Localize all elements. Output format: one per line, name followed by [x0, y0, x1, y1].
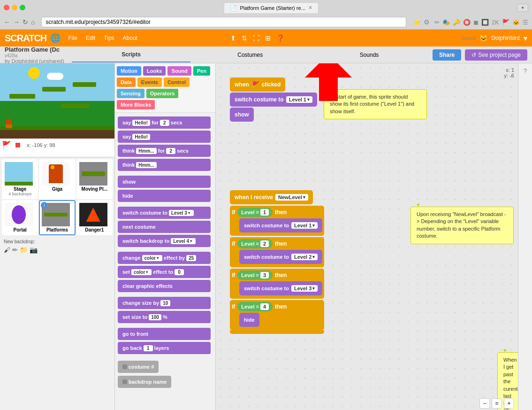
circle-icon[interactable]: ⭕	[463, 19, 471, 26]
import-backdrop-button[interactable]: 📁	[20, 246, 28, 254]
address-bar[interactable]	[41, 17, 406, 27]
file-menu[interactable]: File	[64, 33, 81, 43]
stop-button[interactable]: ⏹	[14, 141, 22, 149]
refresh-button[interactable]: ↻	[23, 18, 28, 26]
new-tab-button[interactable]: +	[517, 4, 528, 12]
switch-costume-1-block[interactable]: switch costume to Level 1	[230, 93, 317, 107]
minimize-button[interactable]	[12, 5, 17, 10]
settings-icon[interactable]: ⚙	[424, 18, 430, 26]
block-set-effect[interactable]: set color effect to 0	[118, 266, 211, 278]
script-canvas[interactable]: x: 1 y: -6 when 🚩 clicked switch costume…	[216, 63, 518, 410]
edit-backdrop-button[interactable]: ✏	[12, 246, 18, 254]
see-project-button[interactable]: ↺ See project page	[465, 49, 527, 61]
zoom-reset-button[interactable]: =	[492, 398, 502, 409]
effect-dropdown[interactable]: color	[142, 255, 162, 261]
backdrop-check[interactable]	[122, 379, 127, 384]
block-think[interactable]: think Hmm...	[118, 159, 211, 171]
cat-data[interactable]: Data	[117, 77, 136, 87]
block-change-size[interactable]: change size by 10	[118, 297, 211, 309]
sprite-item-stage[interactable]: Stage 4 backdrops	[2, 159, 38, 199]
sprite-item-platforms[interactable]: i Platforms	[39, 200, 75, 235]
face-icon[interactable]: 🐱	[512, 19, 520, 26]
arrows-icon[interactable]: ⇅	[242, 34, 247, 42]
when-flag-clicked-block[interactable]: when 🚩 clicked	[230, 77, 285, 92]
cat-events[interactable]: Events	[137, 77, 162, 87]
switch-level-3-block[interactable]: switch costume to Level 3	[239, 281, 322, 295]
forward-button[interactable]: →	[13, 18, 20, 26]
shrink-icon[interactable]: ⊞	[265, 34, 271, 42]
zoom-in-button[interactable]: +	[504, 398, 514, 409]
sprite-item-portal[interactable]: Portal	[2, 200, 38, 235]
user-menu-icon[interactable]: ▾	[524, 34, 527, 43]
block-hide[interactable]: hide	[118, 190, 211, 202]
help-icon[interactable]: ❓	[276, 34, 284, 42]
block-switch-costume[interactable]: switch costume to Level 3	[118, 207, 211, 219]
tab-costumes[interactable]: Costumes	[190, 47, 310, 62]
block-backdrop-name[interactable]: backdrop name	[118, 376, 171, 388]
expand-icon[interactable]: ⛶	[253, 34, 259, 42]
upload-icon[interactable]: ⬆	[230, 34, 236, 42]
flag-ext-icon[interactable]: 🚩	[502, 19, 509, 26]
tab-close-icon[interactable]: ✕	[308, 5, 312, 11]
mask-icon[interactable]: 🎭	[442, 19, 450, 26]
browser-tab[interactable]: 📄 Platform Game (Starter) re... ✕	[224, 2, 318, 13]
zoom-out-button[interactable]: −	[479, 398, 490, 409]
about-menu[interactable]: About	[119, 33, 141, 43]
switch-level-2-block[interactable]: switch costume to Level 2	[239, 250, 322, 264]
when-receive-block[interactable]: when I receive NewLevel	[230, 190, 313, 204]
maximize-button[interactable]	[20, 5, 25, 10]
costume-check[interactable]	[122, 364, 127, 369]
block-think-for[interactable]: think Hmm... for 2 secs	[118, 145, 211, 157]
broadcast-dropdown[interactable]: NewLevel	[275, 194, 308, 201]
pencil-icon[interactable]: ✏	[434, 19, 440, 26]
backdrop-dropdown[interactable]: Level 4	[171, 238, 196, 244]
menu-bars-icon[interactable]: ☰	[523, 19, 528, 26]
paint-backdrop-button[interactable]: 🖌	[4, 246, 10, 254]
hide-block[interactable]: hide	[239, 313, 259, 327]
close-button[interactable]	[4, 5, 9, 10]
cat-more-blocks[interactable]: More Blocks	[117, 100, 155, 109]
block-next-costume[interactable]: next costume	[118, 221, 211, 233]
block-clear-effects[interactable]: clear graphic effects	[118, 280, 211, 292]
show-block[interactable]: show	[230, 108, 254, 122]
cat-sound[interactable]: Sound	[167, 66, 191, 76]
green-flag-button[interactable]: 🚩	[2, 140, 11, 149]
block-show[interactable]: show	[118, 176, 211, 188]
costume-level-3[interactable]: Level 3	[291, 285, 318, 292]
script-area[interactable]: x: 1 y: -6 when 🚩 clicked switch costume…	[216, 63, 518, 410]
tab-scripts[interactable]: Scripts	[72, 47, 191, 62]
block-switch-backdrop[interactable]: switch backdrop to Level 4	[118, 235, 211, 247]
home-button[interactable]: ⌂	[31, 18, 35, 26]
block-say-for[interactable]: say Hello! for 2 secs	[118, 116, 211, 129]
badge-icon[interactable]: 🔲	[481, 19, 489, 26]
key-icon[interactable]: 🔑	[453, 19, 460, 26]
sprite-item-moving-pl[interactable]: Moving Pl...	[76, 159, 113, 199]
set-effect-dropdown[interactable]: color	[131, 269, 152, 275]
costume-dropdown[interactable]: Level 3	[169, 210, 194, 216]
sprite-item-giga[interactable]: Giga	[39, 159, 75, 199]
tab-sounds[interactable]: Sounds	[310, 47, 429, 62]
block-change-effect[interactable]: change color effect by 25	[118, 252, 211, 264]
cat-sensing[interactable]: Sensing	[117, 89, 144, 98]
costume-level-2[interactable]: Level 2	[291, 254, 318, 260]
block-set-size[interactable]: set size to 100 %	[118, 311, 211, 323]
cat-looks[interactable]: Looks	[143, 66, 166, 76]
globe-icon[interactable]: 🌐	[50, 33, 61, 43]
block-go-back[interactable]: go back 1 layers	[118, 342, 211, 354]
costume-level-1[interactable]: Level 1	[291, 222, 318, 229]
username[interactable]: Dolphinbird	[491, 35, 520, 41]
block-costume-num[interactable]: costume #	[118, 361, 159, 373]
cat-motion[interactable]: Motion	[117, 66, 141, 76]
code-icon[interactable]: 2K	[492, 19, 499, 26]
layers-icon[interactable]: ◼	[473, 19, 479, 26]
help-question-button[interactable]: ?	[524, 67, 527, 75]
back-button[interactable]: ←	[4, 18, 10, 26]
sprite-item-danger1[interactable]: Danger1	[76, 200, 113, 235]
cat-operators[interactable]: Operators	[146, 89, 179, 98]
share-button[interactable]: Share	[433, 49, 461, 61]
edit-menu[interactable]: Edit	[82, 33, 99, 43]
costume-1-dropdown[interactable]: Level 1	[286, 96, 312, 103]
camera-backdrop-button[interactable]: 📷	[30, 246, 38, 254]
bookmark-icon[interactable]: ⭐	[413, 18, 421, 26]
tips-menu[interactable]: Tips	[100, 33, 118, 43]
